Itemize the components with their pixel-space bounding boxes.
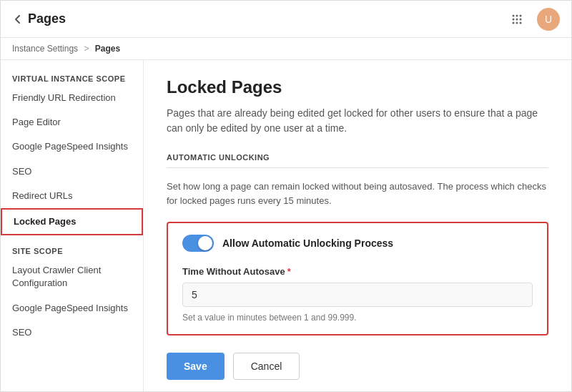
- sidebar-item-friendly-url[interactable]: Friendly URL Redirection: [1, 86, 143, 110]
- field-hint: Set a value in minutes between 1 and 99.…: [182, 313, 533, 323]
- page-description: Pages that are already being edited get …: [167, 106, 548, 136]
- save-button[interactable]: Save: [167, 353, 225, 380]
- sidebar-item-redirect-urls[interactable]: Redirect URLs: [1, 184, 143, 208]
- sidebar-item-pagespeed-virtual[interactable]: Google PageSpeed Insights: [1, 134, 143, 159]
- grid-icon[interactable]: [506, 8, 528, 31]
- user-avatar[interactable]: U: [537, 8, 560, 31]
- svg-point-0: [513, 14, 515, 16]
- site-scope-title: SITE SCOPE: [1, 241, 143, 258]
- sidebar-item-pagespeed-site[interactable]: Google PageSpeed Insights: [1, 296, 143, 320]
- cancel-button[interactable]: Cancel: [233, 353, 300, 380]
- sidebar-item-seo-site[interactable]: SEO: [1, 320, 143, 345]
- header-title: Pages: [28, 11, 66, 26]
- header-icons: U: [506, 8, 560, 31]
- virtual-scope-title: VIRTUAL INSTANCE SCOPE: [1, 69, 143, 86]
- required-indicator: *: [287, 266, 291, 277]
- section-description: Set how long a page can remain locked wi…: [167, 180, 548, 207]
- autosave-time-input[interactable]: [182, 283, 533, 307]
- page-title: Locked Pages: [167, 77, 548, 97]
- field-label: Time Without Autosave*: [182, 266, 533, 277]
- back-button[interactable]: Pages: [12, 11, 66, 26]
- sidebar-item-locked-pages[interactable]: Locked Pages: [1, 208, 143, 235]
- svg-point-7: [516, 21, 518, 24]
- svg-point-5: [520, 18, 522, 20]
- sidebar-item-layout-crawler[interactable]: Layout Crawler Client Configuration: [1, 258, 143, 295]
- sidebar-item-page-editor[interactable]: Page Editor: [1, 110, 143, 134]
- main-content: Locked Pages Pages that are already bein…: [144, 60, 571, 391]
- svg-point-1: [516, 14, 518, 16]
- toggle-label: Allow Automatic Unlocking Process: [222, 237, 393, 249]
- button-row: Save Cancel: [167, 353, 548, 380]
- locked-section: Allow Automatic Unlocking Process Time W…: [167, 222, 548, 335]
- sidebar: VIRTUAL INSTANCE SCOPE Friendly URL Redi…: [1, 60, 144, 391]
- breadcrumb-parent[interactable]: Instance Settings: [12, 44, 78, 54]
- svg-point-8: [520, 21, 522, 24]
- header: Pages U: [1, 1, 571, 38]
- sidebar-item-seo-virtual[interactable]: SEO: [1, 160, 143, 184]
- breadcrumb-separator: >: [84, 44, 89, 54]
- auto-unlock-toggle[interactable]: [182, 235, 214, 252]
- breadcrumb-current: Pages: [95, 44, 120, 54]
- section-title: AUTOMATIC UNLOCKING: [167, 153, 548, 168]
- svg-point-4: [516, 18, 518, 20]
- main-layout: VIRTUAL INSTANCE SCOPE Friendly URL Redi…: [1, 60, 571, 391]
- svg-point-6: [513, 21, 515, 24]
- toggle-row: Allow Automatic Unlocking Process: [182, 235, 533, 252]
- breadcrumb: Instance Settings > Pages: [1, 38, 571, 60]
- svg-point-2: [520, 14, 522, 16]
- svg-point-3: [513, 18, 515, 20]
